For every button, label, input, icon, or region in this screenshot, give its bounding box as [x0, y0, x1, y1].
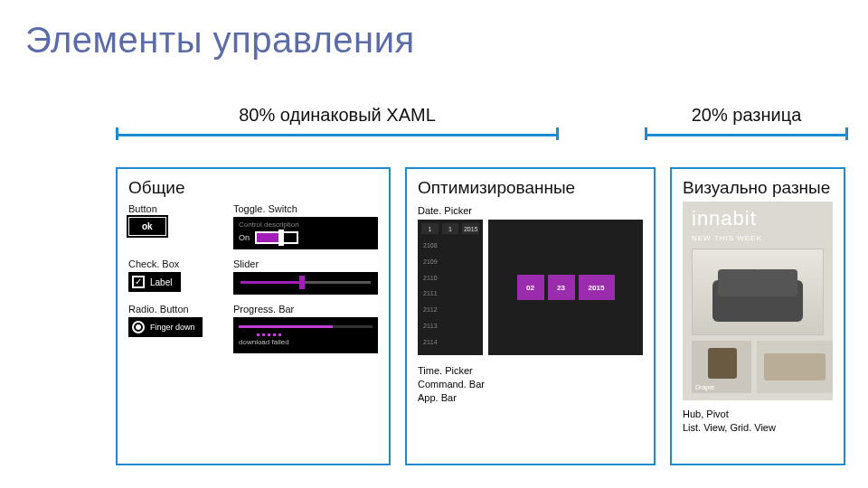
label-datepicker: Date. Picker	[418, 205, 643, 216]
toggle-state: On	[239, 233, 250, 242]
brackets: 80% одинаковый XAML 20% разница	[116, 108, 845, 148]
bracket-tick	[845, 127, 848, 140]
label-checkbox: Check. Box	[128, 258, 226, 269]
bracket-tick	[556, 127, 559, 140]
cell-toggle: Toggle. Switch Control description On	[233, 203, 378, 249]
columns: Общие Button ok Toggle. Switch Control d…	[116, 167, 845, 465]
demo-checkbox[interactable]: ✓ Label	[128, 272, 181, 292]
sofa-icon	[712, 280, 803, 322]
column-visual: Визуально разные innabit NEW THIS WEEK D…	[670, 167, 845, 465]
label-toggle: Toggle. Switch	[233, 203, 378, 214]
general-grid: Button ok Toggle. Switch Control descrip…	[128, 203, 378, 353]
cell-radio: Radio. Button Finger down	[128, 304, 226, 353]
bracket-20-bar	[645, 134, 848, 136]
column-optimized-title: Оптимизированные	[418, 178, 643, 198]
dp-tile-year[interactable]: 2015	[579, 275, 615, 300]
visual-list: Hub, Pivot List. View, Grid. View	[683, 408, 833, 435]
dp-tile-day[interactable]: 23	[548, 275, 575, 300]
checkbox-label: Label	[150, 277, 172, 287]
dp-sel-month[interactable]: 1	[421, 223, 439, 234]
slide-title: Элементы управления	[25, 20, 415, 61]
cell-progress: Progress. Bar download failed	[233, 304, 378, 353]
cell-slider: Slider	[233, 258, 378, 295]
demo-button[interactable]: ok	[128, 217, 166, 236]
hub-mock-title: innabit	[692, 207, 757, 230]
bracket-80-label: 80% одинаковый XAML	[116, 105, 559, 126]
label-progress: Progress. Bar	[233, 304, 378, 314]
bracket-80-bar	[116, 134, 559, 136]
hub-mock: innabit NEW THIS WEEK Draper	[683, 202, 833, 400]
demo-toggle: Control description On	[233, 217, 378, 249]
check-icon: ✓	[132, 276, 145, 288]
label-radio: Radio. Button	[128, 304, 226, 314]
bracket-tick	[645, 127, 647, 140]
list-item: App. Bar	[418, 391, 643, 405]
demo-radio[interactable]: Finger down	[128, 317, 203, 337]
datepicker-tablet[interactable]: 02 23 2015	[488, 220, 643, 355]
cell-button: Button ok	[128, 203, 226, 249]
column-visual-title: Визуально разные	[683, 178, 833, 198]
hub-mock-subtitle: NEW THIS WEEK	[692, 234, 762, 242]
progress-fail-text: download failed	[239, 338, 373, 346]
demo-progress: download failed	[233, 317, 378, 353]
label-button: Button	[128, 203, 226, 214]
radio-label: Finger down	[150, 323, 195, 332]
datepicker-demos: 1 1 2015 2108 2109 2110 2111 2112 2113 2…	[418, 220, 643, 355]
optimized-list: Time. Picker Command. Bar App. Bar	[418, 364, 643, 405]
datepicker-phone[interactable]: 1 1 2015 2108 2109 2110 2111 2112 2113 2…	[418, 220, 483, 355]
dp-sel-year[interactable]: 2015	[462, 223, 479, 234]
toggle-desc: Control description	[239, 221, 373, 229]
radio-icon	[132, 321, 145, 333]
bracket-20-label: 20% разница	[645, 105, 848, 126]
bed-icon	[764, 353, 826, 380]
label-slider: Slider	[233, 258, 378, 269]
dp-year-list: 2108 2109 2110 2111 2112 2113 2114	[423, 238, 477, 350]
hub-tile[interactable]: Draper	[692, 341, 751, 393]
hub-hero-image	[692, 249, 824, 335]
bracket-tick	[116, 127, 118, 140]
list-item: Time. Picker	[418, 364, 643, 378]
hub-tile[interactable]	[757, 341, 833, 393]
hub-tile-label: Draper	[695, 384, 714, 390]
chair-icon	[708, 348, 737, 379]
column-general-title: Общие	[128, 178, 378, 198]
demo-slider[interactable]	[233, 272, 378, 295]
toggle-switch[interactable]	[255, 231, 298, 244]
cell-checkbox: Check. Box ✓ Label	[128, 258, 226, 295]
column-optimized: Оптимизированные Date. Picker 1 1 2015 2…	[405, 167, 656, 465]
dp-tile-month[interactable]: 02	[517, 275, 544, 300]
dp-sel-day[interactable]: 1	[442, 223, 459, 234]
list-item: Command. Bar	[418, 378, 643, 391]
column-general: Общие Button ok Toggle. Switch Control d…	[116, 167, 391, 465]
